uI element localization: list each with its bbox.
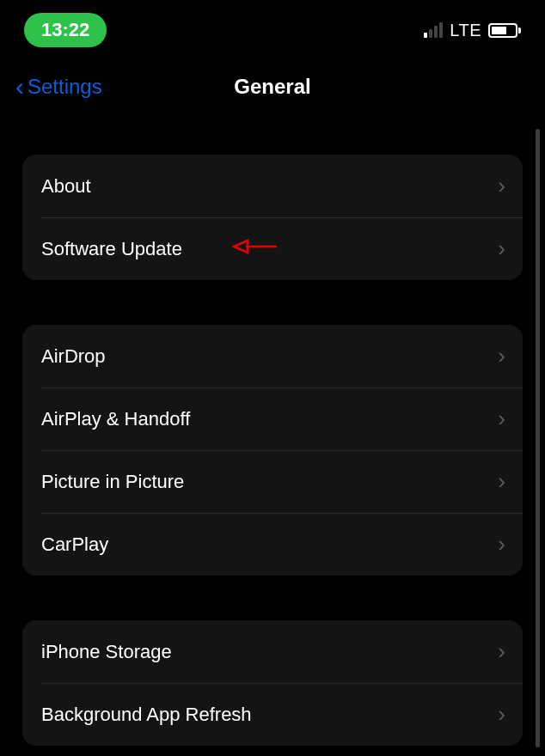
chevron-left-icon: ‹: [15, 74, 24, 100]
row-carplay[interactable]: CarPlay ›: [22, 513, 523, 576]
settings-group: AirDrop › AirPlay & Handoff › Picture in…: [22, 325, 523, 576]
row-picture-in-picture[interactable]: Picture in Picture ›: [22, 450, 523, 513]
settings-group: About › Software Update ›: [22, 155, 523, 280]
cellular-signal-icon: [424, 22, 443, 38]
row-airplay-handoff[interactable]: AirPlay & Handoff ›: [22, 387, 523, 450]
status-bar: 13:22 LTE: [0, 0, 545, 57]
page-title: General: [234, 75, 310, 99]
row-label: Software Update: [41, 238, 182, 260]
row-label: Picture in Picture: [41, 471, 184, 493]
row-label: iPhone Storage: [41, 641, 172, 663]
status-time: 13:22: [24, 13, 107, 47]
row-label: AirDrop: [41, 345, 106, 368]
chevron-right-icon: ›: [498, 405, 505, 432]
chevron-right-icon: ›: [498, 531, 505, 558]
back-label: Settings: [28, 75, 102, 99]
row-software-update[interactable]: Software Update ›: [22, 217, 523, 280]
row-label: AirPlay & Handoff: [41, 408, 190, 430]
network-label: LTE: [450, 21, 481, 40]
chevron-right-icon: ›: [498, 468, 505, 495]
row-about[interactable]: About ›: [22, 155, 523, 217]
back-button[interactable]: ‹ Settings: [15, 74, 102, 100]
row-iphone-storage[interactable]: iPhone Storage ›: [22, 620, 523, 683]
battery-icon: [488, 23, 521, 38]
row-background-app-refresh[interactable]: Background App Refresh ›: [22, 683, 523, 746]
row-airdrop[interactable]: AirDrop ›: [22, 325, 523, 387]
chevron-right-icon: ›: [498, 343, 505, 369]
chevron-right-icon: ›: [498, 235, 505, 262]
chevron-right-icon: ›: [498, 638, 505, 665]
chevron-right-icon: ›: [498, 701, 505, 728]
scrollbar[interactable]: [536, 129, 540, 747]
row-label: CarPlay: [41, 533, 108, 556]
content: About › Software Update › AirDrop › AirP…: [0, 155, 545, 746]
row-label: About: [41, 175, 91, 198]
row-label: Background App Refresh: [41, 704, 252, 726]
status-right: LTE: [424, 21, 521, 40]
navigation-bar: ‹ Settings General: [0, 57, 545, 119]
chevron-right-icon: ›: [498, 173, 505, 199]
settings-group: iPhone Storage › Background App Refresh …: [22, 620, 523, 746]
